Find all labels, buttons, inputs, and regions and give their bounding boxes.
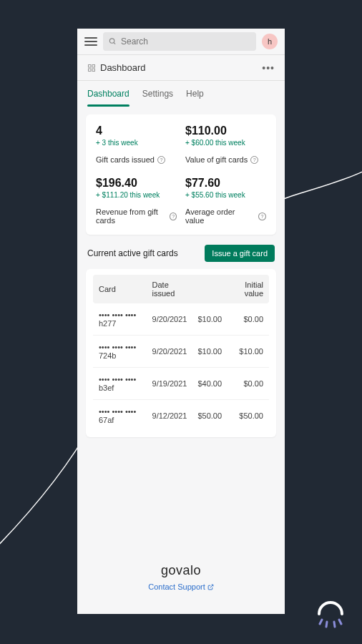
svg-line-7	[320, 620, 322, 624]
cell-amt: $10.00	[195, 303, 225, 336]
svg-line-8	[326, 622, 327, 627]
stat-aov: $77.60 + $55.60 this week Average order …	[185, 177, 266, 225]
stat-label: Revenue from gift cards ?	[96, 208, 177, 225]
stat-delta: + $60.00 this week	[185, 139, 266, 147]
stat-label: Average order value ?	[185, 208, 266, 225]
svg-line-9	[334, 622, 335, 627]
cell-card: •••• •••• •••• 67af	[93, 400, 150, 432]
stat-value: 4	[96, 125, 177, 137]
cell-amt: $10.00	[195, 336, 225, 368]
stats-card: 4 + 3 this week Gift cards issued ? $110…	[86, 114, 276, 235]
app-window: h Dashboard ••• Dashboard Settings Help …	[77, 29, 285, 614]
help-icon[interactable]: ?	[157, 156, 165, 164]
tab-help[interactable]: Help	[186, 82, 204, 106]
cell-date: 9/12/2021	[150, 400, 195, 432]
th-amt	[195, 275, 225, 303]
stat-value: $77.60	[185, 177, 266, 190]
stat-revenue: $196.40 + $111.20 this week Revenue from…	[96, 177, 177, 225]
help-icon[interactable]: ?	[170, 213, 177, 220]
avatar[interactable]: h	[262, 34, 278, 49]
svg-line-10	[339, 620, 341, 624]
cell-amt: $50.00	[195, 400, 225, 432]
stat-value: $110.00	[185, 125, 266, 137]
chat-widget[interactable]	[313, 595, 348, 630]
cell-initial: $0.00	[225, 303, 269, 336]
top-bar: h	[77, 29, 285, 54]
cell-card: •••• •••• •••• b3ef	[93, 368, 150, 400]
app-icon	[87, 64, 96, 72]
breadcrumb-title: Dashboard	[100, 62, 146, 73]
stat-delta: + $111.20 this week	[96, 191, 177, 199]
stat-value: $196.40	[96, 177, 177, 190]
cell-amt: $40.00	[195, 368, 225, 400]
cell-date: 9/19/2021	[150, 368, 195, 400]
stat-label: Gift cards issued ?	[96, 155, 177, 164]
table-row[interactable]: •••• •••• •••• 724b9/20/2021$10.00$10.00	[93, 336, 269, 368]
search-icon	[109, 37, 117, 46]
svg-line-6	[210, 585, 213, 587]
cell-initial: $50.00	[225, 400, 269, 432]
svg-rect-2	[89, 64, 92, 67]
stat-delta: + $55.60 this week	[185, 191, 266, 199]
table-row[interactable]: •••• •••• •••• h2779/20/2021$10.00$0.00	[93, 303, 269, 336]
contact-support-link[interactable]: Contact Support	[148, 582, 214, 591]
table-row[interactable]: •••• •••• •••• b3ef9/19/2021$40.00$0.00	[93, 368, 269, 400]
more-icon[interactable]: •••	[262, 62, 275, 74]
search-input[interactable]	[121, 36, 250, 47]
table-header-row: Card Date issued Initial value	[93, 275, 269, 303]
footer: govalo Contact Support	[86, 553, 276, 605]
svg-point-0	[109, 39, 114, 43]
breadcrumb-bar: Dashboard •••	[77, 54, 285, 80]
cell-card: •••• •••• •••• h277	[93, 303, 150, 336]
tab-settings[interactable]: Settings	[142, 82, 173, 106]
gift-cards-table-card: Card Date issued Initial value •••• ••••…	[86, 269, 276, 437]
stat-label: Value of gift cards ?	[185, 155, 266, 164]
brand-logo: govalo	[86, 563, 276, 578]
active-cards-header: Current active gift cards Issue a gift c…	[87, 245, 275, 262]
cell-initial: $10.00	[225, 336, 269, 368]
stat-value-cards: $110.00 + $60.00 this week Value of gift…	[185, 125, 266, 164]
gift-cards-table: Card Date issued Initial value •••• ••••…	[93, 275, 269, 431]
issue-gift-card-button[interactable]: Issue a gift card	[205, 245, 275, 262]
svg-rect-3	[92, 64, 95, 67]
section-title: Current active gift cards	[87, 248, 178, 258]
svg-rect-4	[89, 69, 92, 72]
help-icon[interactable]: ?	[250, 156, 258, 164]
help-icon[interactable]: ?	[258, 213, 266, 220]
cell-initial: $0.00	[225, 368, 269, 400]
cell-card: •••• •••• •••• 724b	[93, 336, 150, 368]
th-card: Card	[93, 275, 150, 303]
svg-rect-5	[92, 69, 95, 72]
content: 4 + 3 this week Gift cards issued ? $110…	[77, 106, 285, 614]
tabs: Dashboard Settings Help	[77, 80, 285, 106]
table-row[interactable]: •••• •••• •••• 67af9/12/2021$50.00$50.00	[93, 400, 269, 432]
cell-date: 9/20/2021	[150, 303, 195, 336]
external-link-icon	[207, 584, 214, 590]
th-initial: Initial value	[225, 275, 269, 303]
stat-delta: + 3 this week	[96, 139, 177, 147]
cell-date: 9/20/2021	[150, 336, 195, 368]
tab-dashboard[interactable]: Dashboard	[87, 82, 129, 106]
stat-issued: 4 + 3 this week Gift cards issued ?	[96, 125, 177, 164]
menu-icon[interactable]	[84, 35, 97, 48]
search-bar[interactable]	[103, 32, 256, 51]
th-date: Date issued	[150, 275, 195, 303]
svg-line-1	[114, 42, 115, 44]
